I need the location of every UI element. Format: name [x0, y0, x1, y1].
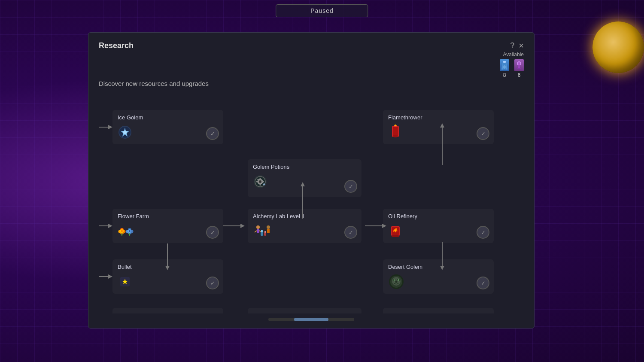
oil-refinery-title: Oil Refinery — [388, 213, 489, 219]
paused-label: Paused — [310, 7, 333, 14]
golem-potions-icon — [253, 173, 356, 190]
modal-title: Research — [99, 41, 134, 50]
flower-farm-icon — [118, 223, 218, 239]
svg-rect-64 — [261, 231, 263, 236]
research-modal: Research ? × Available — [88, 32, 535, 329]
card-worker-action-speed-2: Worker Action Speed Level 2 — [383, 308, 494, 313]
alchemy-lab-icon — [253, 223, 356, 239]
resource-purple: 6 — [514, 59, 524, 78]
svg-rect-61 — [257, 229, 259, 233]
blue-resource-count: 8 — [503, 72, 506, 78]
svg-rect-45 — [264, 183, 264, 186]
modal-subtitle: Discover new resources and upgrades — [99, 80, 524, 87]
svg-point-60 — [256, 225, 260, 229]
svg-point-51 — [121, 230, 123, 232]
svg-point-34 — [393, 135, 398, 137]
card-expedition-potions-2: Expedition Potions Level 2 ✓ — [248, 308, 361, 313]
flower-farm-check[interactable]: ✓ — [206, 226, 219, 239]
bullet-title: Bullet — [118, 264, 218, 270]
svg-marker-9 — [108, 224, 112, 228]
svg-rect-5 — [517, 68, 521, 69]
ice-golem-icon — [118, 124, 218, 140]
card-ice-golem: Ice Golem ✓ — [112, 110, 223, 144]
svg-rect-40 — [260, 184, 261, 186]
svg-text:★: ★ — [122, 277, 128, 286]
ice-golem-title: Ice Golem — [118, 114, 218, 121]
available-label: Available — [503, 52, 524, 58]
ice-golem-check[interactable]: ✓ — [206, 127, 219, 140]
card-expedition-supply-2: Expedition Supply Level 2 ✓ — [112, 308, 223, 313]
flamethrower-icon — [388, 124, 489, 140]
bullet-icon: ★ — [118, 274, 218, 290]
svg-point-1 — [503, 65, 506, 69]
expedition-potions-2-title: Expedition Potions Level 2 — [253, 312, 356, 313]
golem-potions-check[interactable]: ✓ — [344, 180, 357, 193]
card-bullet: Bullet ★ ✓ — [112, 259, 223, 294]
scrollbar-thumb[interactable] — [294, 318, 328, 321]
svg-point-68 — [267, 225, 270, 229]
alchemy-lab-title: Alchemy Lab Level 1 — [253, 213, 356, 219]
desert-golem-check[interactable]: ✓ — [477, 277, 489, 289]
svg-rect-41 — [256, 181, 258, 183]
scrollbar-area — [99, 318, 524, 321]
card-flower-farm: Flower Farm — [112, 209, 223, 243]
bullet-check[interactable]: ✓ — [206, 277, 219, 289]
purple-resource-count: 6 — [518, 72, 521, 78]
desert-golem-icon — [388, 274, 489, 290]
card-alchemy-lab: Alchemy Lab Level 1 — [248, 209, 361, 243]
svg-rect-0 — [503, 61, 506, 63]
card-oil-refinery: Oil Refinery ✓ — [383, 209, 494, 243]
decorative-orb — [592, 21, 644, 73]
svg-marker-7 — [108, 125, 112, 129]
svg-rect-72 — [392, 235, 399, 237]
svg-point-3 — [518, 62, 520, 65]
svg-line-62 — [255, 231, 257, 232]
svg-rect-67 — [264, 231, 266, 233]
help-button[interactable]: ? — [510, 42, 514, 49]
blue-resource-icon — [500, 59, 509, 71]
svg-point-57 — [129, 230, 131, 232]
svg-rect-66 — [264, 232, 266, 236]
svg-rect-42 — [262, 181, 264, 183]
resource-blue: 8 — [500, 59, 509, 78]
svg-point-30 — [123, 131, 127, 134]
research-grid: Ice Golem ✓ Flamethrower — [99, 94, 519, 313]
card-golem-potions: Golem Potions — [248, 159, 361, 197]
svg-point-38 — [259, 180, 261, 183]
alchemy-lab-check[interactable]: ✓ — [344, 226, 357, 239]
oil-refinery-check[interactable]: ✓ — [477, 226, 489, 239]
desert-golem-title: Desert Golem — [388, 264, 489, 270]
research-grid-container: Ice Golem ✓ Flamethrower — [99, 94, 524, 313]
svg-rect-69 — [267, 229, 270, 233]
svg-rect-32 — [393, 127, 398, 136]
svg-rect-39 — [260, 178, 261, 179]
golem-potions-title: Golem Potions — [253, 164, 356, 170]
svg-point-80 — [394, 280, 395, 281]
card-flamethrower: Flamethrower ✓ — [383, 110, 494, 144]
svg-point-81 — [398, 280, 399, 281]
card-desert-golem: Desert Golem — [383, 259, 494, 294]
svg-marker-15 — [240, 224, 245, 228]
worker-action-speed-2-title: Worker Action Speed Level 2 — [388, 312, 489, 313]
flamethrower-title: Flamethrower — [388, 114, 489, 121]
scrollbar-track[interactable] — [268, 318, 354, 321]
svg-rect-58 — [122, 233, 122, 236]
close-button[interactable]: × — [519, 41, 524, 50]
svg-rect-59 — [129, 233, 130, 236]
svg-rect-65 — [261, 230, 263, 232]
expedition-supply-2-title: Expedition Supply Level 2 — [118, 312, 218, 313]
paused-bar: Paused — [276, 4, 368, 17]
svg-point-83 — [395, 281, 397, 283]
flower-farm-title: Flower Farm — [118, 213, 218, 219]
svg-marker-11 — [108, 274, 112, 279]
flamethrower-check[interactable]: ✓ — [477, 127, 489, 140]
purple-resource-icon — [514, 59, 524, 71]
oil-refinery-icon — [388, 223, 489, 239]
